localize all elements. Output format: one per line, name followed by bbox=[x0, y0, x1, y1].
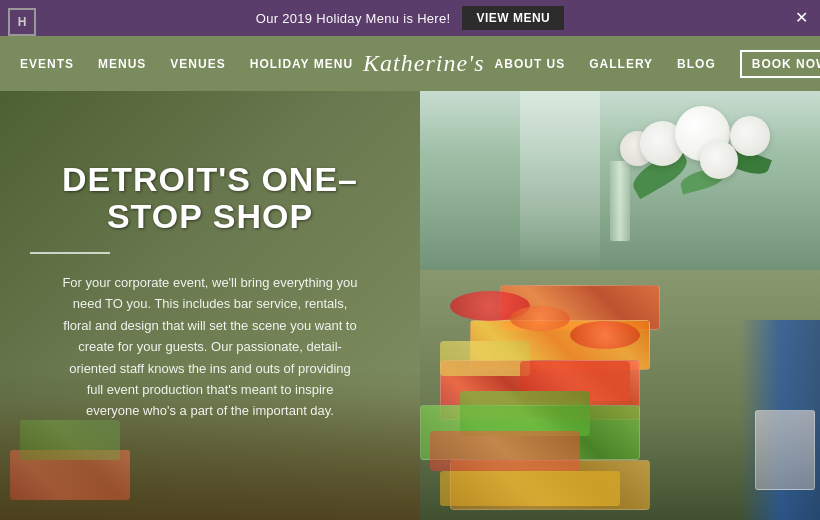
nav-link-about-us[interactable]: ABOUT US bbox=[495, 57, 566, 71]
price-card bbox=[755, 410, 815, 490]
vase-decoration bbox=[610, 161, 630, 241]
hero-title: DETROIT'S ONE–STOP SHOP bbox=[30, 161, 390, 236]
food-accent bbox=[440, 341, 530, 376]
hero-content: DETROIT'S ONE–STOP SHOP For your corpora… bbox=[0, 91, 420, 452]
navigation: EVENTS MENUS VENUES HOLIDAY MENU Katheri… bbox=[0, 36, 820, 91]
food-accent bbox=[440, 471, 620, 506]
hero-section: DETROIT'S ONE–STOP SHOP For your corpora… bbox=[0, 91, 820, 520]
food-accent bbox=[460, 391, 590, 436]
close-announcement-button[interactable]: ✕ bbox=[795, 10, 808, 26]
food-accent bbox=[430, 431, 580, 471]
nav-link-gallery[interactable]: GALLERY bbox=[589, 57, 653, 71]
nav-link-book-now[interactable]: BOOK NOW bbox=[740, 50, 820, 78]
nav-link-events[interactable]: EVENTS bbox=[20, 57, 74, 71]
nav-link-blog[interactable]: BLOG bbox=[677, 57, 716, 71]
nav-link-venues[interactable]: VENUES bbox=[170, 57, 225, 71]
hirequest-logo: H bbox=[8, 8, 36, 36]
nav-link-menus[interactable]: MENUS bbox=[98, 57, 146, 71]
hero-left-panel: DETROIT'S ONE–STOP SHOP For your corpora… bbox=[0, 91, 420, 520]
food-accent bbox=[510, 306, 570, 331]
hero-right-panel bbox=[420, 91, 820, 520]
announcement-text: Our 2019 Holiday Menu is Here! bbox=[256, 11, 451, 26]
nav-left: EVENTS MENUS VENUES HOLIDAY MENU bbox=[20, 57, 353, 71]
view-menu-button[interactable]: VIEW MENU bbox=[462, 6, 564, 30]
hero-divider bbox=[30, 252, 110, 254]
nav-right: ABOUT US GALLERY BLOG BOOK NOW bbox=[495, 50, 820, 78]
hero-body: For your corporate event, we'll bring ev… bbox=[60, 272, 360, 422]
site-logo[interactable]: Katherine's bbox=[353, 50, 494, 77]
announcement-bar: H Our 2019 Holiday Menu is Here! VIEW ME… bbox=[0, 0, 820, 36]
food-accent bbox=[570, 321, 640, 349]
nav-link-holiday-menu[interactable]: HOLIDAY MENU bbox=[250, 57, 353, 71]
